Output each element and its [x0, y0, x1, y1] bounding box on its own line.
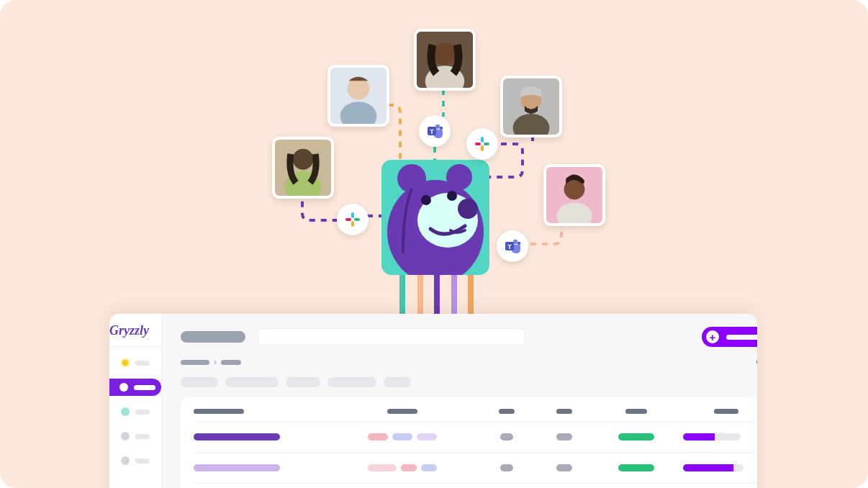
sidebar-item-label — [135, 361, 150, 366]
col-c1[interactable] — [499, 409, 515, 414]
svg-point-9 — [348, 78, 370, 100]
subheader: › — [181, 357, 757, 367]
cell-name — [194, 433, 280, 440]
dashboard-window: Gryzzly — [109, 314, 757, 488]
col-progress[interactable] — [714, 409, 738, 414]
table-row[interactable] — [194, 483, 757, 488]
sidebar-item-team[interactable] — [115, 403, 155, 420]
page-title — [181, 331, 245, 343]
cell-tags — [330, 433, 474, 440]
sidebar-item-label — [135, 458, 150, 464]
breadcrumb[interactable]: › — [181, 357, 241, 367]
dot-icon — [121, 432, 130, 440]
slack-icon — [337, 204, 369, 235]
status-dot-icon — [756, 358, 757, 366]
teams-icon: T — [419, 115, 451, 147]
col-c2[interactable] — [556, 409, 572, 414]
svg-text:T: T — [507, 243, 512, 250]
col-name[interactable] — [194, 409, 244, 414]
cell-c1 — [500, 433, 513, 440]
member-photo-1 — [272, 137, 334, 199]
filter-chip[interactable] — [181, 377, 218, 387]
col-tags[interactable] — [387, 409, 417, 414]
marketing-hero-canvas: T T Gryzzly — [0, 0, 868, 488]
svg-rect-22 — [481, 137, 484, 143]
dot-icon — [121, 456, 130, 465]
topbar: + — [181, 327, 757, 347]
col-status[interactable] — [625, 409, 647, 414]
slack-icon — [466, 128, 498, 160]
sidebar-item-projects[interactable] — [109, 379, 161, 396]
brand-logo[interactable]: Gryzzly — [109, 314, 161, 347]
table-row[interactable] — [194, 421, 757, 452]
dot-icon — [121, 407, 130, 416]
filter-chip[interactable] — [286, 377, 320, 387]
cell-progress — [683, 433, 757, 440]
svg-point-17 — [557, 202, 592, 223]
cell-tags — [330, 464, 474, 471]
search-input[interactable] — [258, 328, 525, 345]
cell-c2 — [556, 433, 572, 440]
svg-rect-21 — [345, 218, 351, 221]
sidebar-item-label — [135, 434, 150, 439]
member-photo-5 — [543, 164, 605, 226]
sidebar: Gryzzly — [109, 314, 162, 488]
svg-text:T: T — [430, 128, 434, 135]
sidebar-item-label — [135, 410, 150, 415]
plus-icon: + — [706, 330, 719, 343]
svg-rect-25 — [475, 143, 481, 145]
svg-point-4 — [458, 199, 478, 219]
dot-icon — [121, 358, 130, 367]
member-photo-4 — [500, 76, 562, 137]
cell-c2 — [556, 464, 572, 471]
filter-chip[interactable] — [327, 377, 376, 387]
member-photo-2 — [327, 65, 389, 127]
svg-rect-23 — [484, 143, 489, 145]
svg-point-10 — [340, 101, 377, 124]
svg-rect-20 — [351, 221, 354, 227]
projects-table — [181, 397, 757, 488]
svg-rect-19 — [354, 218, 360, 221]
filter-chip[interactable] — [225, 377, 279, 387]
table-row[interactable] — [194, 452, 757, 483]
svg-rect-24 — [481, 145, 484, 151]
teams-icon: T — [497, 230, 528, 262]
sidebar-item-label — [134, 385, 155, 390]
add-button-label — [726, 335, 757, 340]
svg-point-15 — [513, 114, 550, 135]
cell-status — [618, 464, 654, 471]
main-panel: + › — [162, 314, 757, 488]
svg-point-5 — [421, 195, 431, 205]
gryzzly-mascot — [381, 160, 489, 275]
sidebar-item-reports[interactable] — [115, 452, 155, 469]
filter-chips — [181, 377, 757, 387]
status-indicator — [756, 358, 757, 366]
sidebar-item-time[interactable] — [115, 428, 155, 445]
cell-status — [618, 433, 654, 440]
sidebar-item-home[interactable] — [115, 354, 155, 371]
add-button[interactable]: + — [702, 327, 757, 347]
svg-point-31 — [517, 242, 520, 245]
svg-point-27 — [440, 127, 443, 130]
cell-name — [194, 464, 280, 471]
cell-progress — [683, 464, 757, 471]
svg-point-6 — [447, 191, 457, 201]
cell-c1 — [500, 464, 513, 471]
filter-chip[interactable] — [384, 377, 411, 387]
svg-text:Gryzzly: Gryzzly — [109, 323, 150, 338]
member-photo-3 — [414, 29, 476, 91]
table-header — [194, 409, 757, 421]
dot-icon — [119, 383, 128, 392]
svg-rect-18 — [351, 212, 354, 218]
svg-point-7 — [292, 149, 313, 170]
svg-point-12 — [434, 42, 456, 65]
